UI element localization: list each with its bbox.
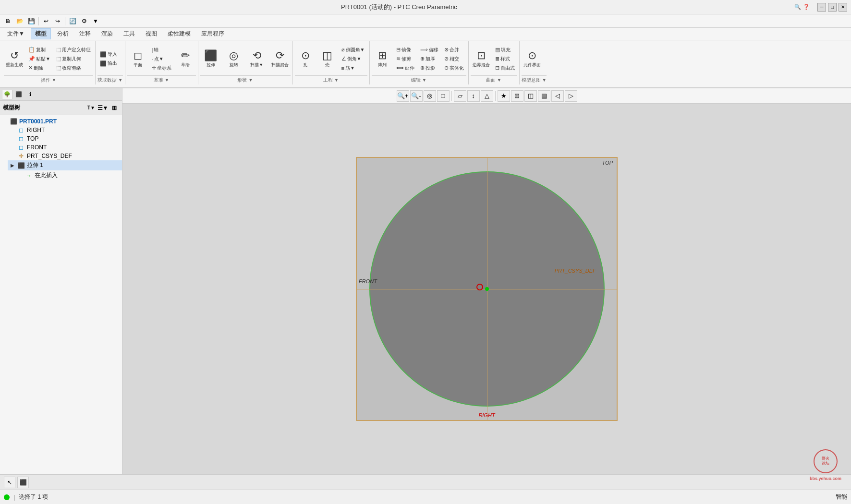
sidebar-tool-expand[interactable]: ⊞ xyxy=(109,103,119,113)
trim-button[interactable]: ≋修剪 xyxy=(394,55,417,63)
copy-button[interactable]: 📋复制 xyxy=(26,46,53,54)
repaint-button[interactable]: △ xyxy=(481,90,493,102)
prev-view-button[interactable]: ◁ xyxy=(551,90,564,102)
model-viewport[interactable]: TOP RIGHT FRONT PRT_CSYS_DEF xyxy=(356,157,618,421)
tree-item-right[interactable]: ◻ RIGHT xyxy=(8,126,122,134)
ribbon-section-model-intent: ⊙ 元件界面 模型意图 ▼ xyxy=(520,41,549,84)
menu-file[interactable]: 文件▼ xyxy=(3,28,29,39)
zoom-all-button[interactable]: ◎ xyxy=(424,90,436,102)
swept-blend-button[interactable]: ⟳ 扫描混合 xyxy=(269,45,291,73)
shade-button[interactable]: ▤ xyxy=(538,90,550,102)
menu-applications[interactable]: 应用程序 xyxy=(197,28,229,39)
extrude-button[interactable]: ⬛ 拉伸 xyxy=(200,45,221,73)
new-file-button[interactable]: 🗎 xyxy=(3,16,13,26)
sidebar-tab-tree[interactable]: 🌳 xyxy=(2,90,12,99)
view-named-button[interactable]: ▱ xyxy=(454,90,466,102)
menu-tools[interactable]: 工具 xyxy=(119,28,139,39)
watermark: 野火论坛 bbs.yehuo.com xyxy=(810,449,841,481)
tree-item-root[interactable]: ⬛ PRT0001.PRT xyxy=(0,117,122,126)
view-pan-button[interactable]: ↕ xyxy=(467,90,480,102)
sketch-button[interactable]: ✏ 草绘 xyxy=(175,45,196,73)
menu-analysis[interactable]: 分析 xyxy=(53,28,73,39)
thicken-button[interactable]: ⊕加厚 xyxy=(418,55,441,63)
tree-item-extrude1[interactable]: ▶ ⬛ 拉伸 1 xyxy=(8,160,122,170)
tree-item-insert[interactable]: → 在此插入 xyxy=(15,170,122,180)
sidebar-tab-layers[interactable]: ⬛ xyxy=(13,90,24,99)
undo-button[interactable]: ↩ xyxy=(41,16,51,26)
revolve-button[interactable]: ◎ 旋转 xyxy=(223,45,244,73)
vt-sep1 xyxy=(451,91,452,101)
front-label: FRONT xyxy=(359,278,377,284)
view-toolbar: 🔍+ 🔍- ◎ □ ▱ ↕ △ ★ ⊞ ◫ ▤ ◁ ▷ xyxy=(122,88,851,104)
coordinate-system-button[interactable]: ✛坐标系 xyxy=(149,64,174,72)
rib-button[interactable]: ≡筋▼ xyxy=(339,64,367,72)
save-button[interactable]: 💾 xyxy=(26,16,36,26)
menu-flex-modeling[interactable]: 柔性建模 xyxy=(163,28,195,39)
title-text: PRT0001 (活动的) - PTC Creo Parametric xyxy=(4,3,794,12)
solidify-button[interactable]: ⊖实体化 xyxy=(442,64,466,72)
viewport[interactable]: 🔍+ 🔍- ◎ □ ▱ ↕ △ ★ ⊞ ◫ ▤ ◁ ▷ xyxy=(122,88,851,474)
regenerate-big-button[interactable]: ↺ 重新生成 xyxy=(4,45,25,73)
redo-button[interactable]: ↪ xyxy=(52,16,63,26)
tree-item-csys[interactable]: ✛ PRT_CSYS_DEF xyxy=(8,152,122,160)
cross-section-button[interactable]: ◫ xyxy=(524,90,537,102)
pattern-button[interactable]: ⊞ 阵列 xyxy=(372,45,393,73)
menu-model[interactable]: 模型 xyxy=(31,28,51,39)
appearance-button[interactable]: ⊞ xyxy=(511,90,523,102)
sidebar-tab-info[interactable]: ℹ xyxy=(25,90,36,99)
refit-button[interactable]: □ xyxy=(437,90,450,102)
chamfer-button[interactable]: ∠倒角▼ xyxy=(339,55,367,63)
hide-button[interactable]: ★ xyxy=(498,90,510,102)
intersect-button[interactable]: ⊘相交 xyxy=(442,55,466,63)
merge-button[interactable]: ⊗合并 xyxy=(442,46,466,54)
select-mode-button[interactable]: ↖ xyxy=(4,477,15,488)
extend-button[interactable]: ⟺延伸 xyxy=(394,64,417,72)
menu-annotation[interactable]: 注释 xyxy=(75,28,95,39)
boundary-blend-button[interactable]: ⊡ 边界混合 xyxy=(471,45,492,73)
sweep-button[interactable]: ⟲ 扫描▼ xyxy=(246,45,267,73)
edit-small-buttons3: ⊗合并 ⊘相交 ⊖实体化 xyxy=(442,46,466,72)
user-defined-feature-button[interactable]: ⬚用户定义特征 xyxy=(54,46,93,54)
close-button[interactable]: ✕ xyxy=(839,3,847,12)
plane-button[interactable]: ◻ 平面 xyxy=(127,45,148,73)
import-button[interactable]: ⬛导入 xyxy=(97,50,120,59)
tree-item-front[interactable]: ◻ FRONT xyxy=(8,143,122,152)
right-label: RIGHT xyxy=(478,412,495,418)
shrink-wrap-button[interactable]: ⬚收缩包络 xyxy=(54,64,93,72)
round-button[interactable]: ⌀倒圆角▼ xyxy=(339,46,367,54)
sidebar-tool-view[interactable]: ☰▼ xyxy=(98,103,108,113)
next-view-button[interactable]: ▷ xyxy=(565,90,577,102)
axis-button[interactable]: |轴 xyxy=(149,46,174,54)
tree-item-top[interactable]: ◻ TOP xyxy=(8,134,122,143)
settings-button[interactable]: ⚙ xyxy=(79,16,89,26)
freestyle-button[interactable]: ⊟自由式 xyxy=(493,64,517,72)
style-button[interactable]: ≣样式 xyxy=(493,55,517,63)
zoom-out-button[interactable]: 🔍- xyxy=(410,90,423,102)
zoom-in-button[interactable]: 🔍+ xyxy=(397,90,409,102)
sidebar-title: 模型树 xyxy=(3,104,20,112)
export-button[interactable]: ⬛输出 xyxy=(97,59,120,68)
minimize-button[interactable]: ─ xyxy=(817,3,826,12)
search-bar-area: 🔍 ❓ xyxy=(794,3,810,12)
hole-button[interactable]: ⊙ 孔 xyxy=(295,45,316,73)
project-button[interactable]: ⊜投影 xyxy=(418,64,441,72)
regenerate-button[interactable]: 🔄 xyxy=(67,16,78,26)
maximize-button[interactable]: □ xyxy=(828,3,837,12)
shell-button[interactable]: ◫ 壳 xyxy=(317,45,338,73)
component-interface-button[interactable]: ⊙ 元件界面 xyxy=(522,45,543,73)
more-button[interactable]: ▼ xyxy=(90,16,101,26)
fill-button[interactable]: ▤填充 xyxy=(493,46,517,54)
delete-button[interactable]: ✕删除 xyxy=(26,64,53,72)
mirror-button[interactable]: ⊟镜像 xyxy=(394,46,417,54)
model-intent-label: 模型意图 ▼ xyxy=(522,75,547,84)
copy-geometry-button[interactable]: ⬚复制几何 xyxy=(54,55,93,63)
point-button[interactable]: ·点▼ xyxy=(149,55,174,63)
open-file-button[interactable]: 📂 xyxy=(14,16,25,26)
offset-button[interactable]: ⟹偏移 xyxy=(418,46,441,54)
menu-view[interactable]: 视图 xyxy=(141,28,161,39)
component-button[interactable]: ⬛ xyxy=(17,477,29,488)
status-spacer: | xyxy=(13,494,15,501)
paste-button[interactable]: 📌粘贴▼ xyxy=(26,55,53,63)
sidebar-tool-format[interactable]: T▼ xyxy=(86,103,96,113)
menu-render[interactable]: 渲染 xyxy=(97,28,117,39)
